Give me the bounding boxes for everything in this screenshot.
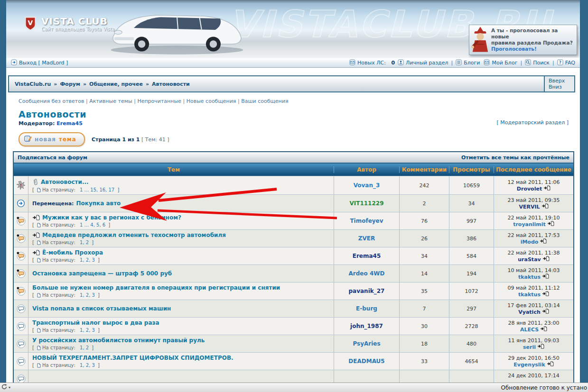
topic-pagination: [ На страницу: 1, 2 ] <box>32 240 330 245</box>
goto-last-post-icon[interactable] <box>542 273 549 279</box>
logout-link[interactable]: Выход [ MadLord ] <box>11 59 68 67</box>
topic-title-link[interactable]: У российских автомобилистов отнимут прав… <box>32 337 205 344</box>
topic-title-link[interactable]: Автоновости... <box>41 179 89 185</box>
search-link[interactable]: Поиск <box>525 59 550 67</box>
topic-title-link[interactable]: Vista попала в список отзываемых машин <box>32 305 171 312</box>
topic-page-links[interactable]: 1, 2, 3 <box>80 363 95 368</box>
topic-page-links[interactable]: 1, 2 <box>80 240 89 245</box>
goto-last-post-icon[interactable] <box>542 309 549 314</box>
topic-page-links[interactable]: 1 ... 15, 16, 17 <box>80 187 114 192</box>
link-new[interactable]: Новые сообщения <box>187 98 236 104</box>
new-topic-button[interactable]: новаятема <box>19 132 85 146</box>
header-topics: Тем <box>14 166 334 173</box>
author-cell: PsyAries <box>334 335 399 352</box>
goto-last-post-icon[interactable] <box>547 221 554 226</box>
last-poster-link[interactable]: Drovolet <box>517 186 542 192</box>
faq-link[interactable]: ? FAQ <box>557 59 575 67</box>
last-poster-link[interactable]: tkaktus <box>518 292 541 298</box>
crumb-forum[interactable]: Форум <box>60 81 80 87</box>
topic-title-link[interactable]: НОВЫЙ ТЕХРЕГЛАМЕНТ.ЗАПРЕТ ЦИФРОВЫХ СПИДО… <box>32 355 233 361</box>
author-link[interactable]: pavanik_27 <box>349 288 385 294</box>
promo-banner[interactable]: А ты - проголосовал за новые правила раз… <box>469 25 577 55</box>
moderator-section-link[interactable]: [ Модераторский раздел ] <box>497 119 569 127</box>
lastpost-cell: 22 май 2011, 17:53 iModo <box>494 230 573 247</box>
blogs-link[interactable]: Блоги <box>456 59 480 67</box>
table-body: ! Автоновости... [ На страницу: 1 ... 15… <box>14 176 573 387</box>
author-link[interactable]: john_1987 <box>350 323 383 329</box>
promo-vote-link[interactable]: Проголосовать! <box>491 46 537 52</box>
topic-page-links[interactable]: 1 ... 4, 5, 6 <box>80 222 105 228</box>
author-link[interactable]: Timofeyev <box>350 218 383 224</box>
author-link[interactable]: PsyAries <box>353 340 380 347</box>
author-link[interactable]: Vovan_3 <box>354 182 380 189</box>
blog-icon <box>484 59 490 67</box>
page-icon <box>37 258 41 263</box>
mark-read-link[interactable]: Отметить все темы как прочтённые <box>461 155 569 161</box>
crumb-home[interactable]: VistaClub.ru <box>15 81 51 87</box>
topic-title-link[interactable]: Покупка авто <box>76 200 121 207</box>
personal-section-link[interactable]: Личный раздел <box>398 59 448 67</box>
last-poster-link[interactable]: Vyatich <box>518 309 541 315</box>
goto-last-post-icon[interactable] <box>547 361 554 366</box>
topic-page-links[interactable]: 1, 2 <box>80 345 89 350</box>
crumb-current[interactable]: Автоновости <box>152 81 190 87</box>
topic-status-cell <box>14 212 28 229</box>
unread-post-icon[interactable] <box>32 250 40 255</box>
topic-title-link[interactable]: Мужики как у вас в регионах с бензином? <box>42 214 181 221</box>
last-poster-link[interactable]: iModo <box>521 239 539 245</box>
last-poster-link[interactable]: VERVIL <box>519 204 540 210</box>
scroll-down-link[interactable]: Вниз <box>549 84 574 90</box>
topic-page-links[interactable]: 1, 2, 3 <box>80 328 95 333</box>
topic-title-link[interactable]: Медведев предложил отменить техосмотр ав… <box>42 232 226 238</box>
unread-post-icon[interactable] <box>32 232 40 238</box>
topic-page-links[interactable]: 1, 2, 3 <box>80 257 95 263</box>
site-logo[interactable]: V VISTA CLUB Сайт владельцев Toyota Vist… <box>24 16 115 33</box>
goto-last-post-icon[interactable] <box>537 344 544 349</box>
link-active[interactable]: Активные темы <box>89 98 132 104</box>
link-unread[interactable]: Непрочитанные <box>137 98 181 104</box>
last-poster-link[interactable]: Evgenyslik <box>513 362 545 368</box>
views-cell: 584 <box>449 247 494 264</box>
link-yours[interactable]: Ваши сообщения <box>241 98 288 104</box>
caret-down-icon[interactable]: ▾ <box>9 385 10 390</box>
topic-title-link[interactable]: Остановка запрещена — штраф 5 000 руб <box>32 270 172 277</box>
crumb-category[interactable]: Общение, прочее <box>89 81 143 87</box>
goto-last-post-icon[interactable] <box>543 185 551 191</box>
author-link[interactable]: E-burg <box>356 305 377 312</box>
topic-title-link[interactable]: Больше не нужен номер двигателя в операц… <box>32 284 280 291</box>
last-poster-link[interactable]: serii <box>523 344 536 350</box>
goto-last-post-icon[interactable] <box>540 326 547 331</box>
topic-title-link[interactable]: Ё-мобиль Прохора <box>42 249 103 256</box>
promo-line1: А ты - проголосовал за новые <box>491 27 575 40</box>
new-pm-indicator[interactable]: Новых ЛС: 0 <box>349 59 395 67</box>
author-link[interactable]: Erema45 <box>353 253 381 259</box>
last-poster-link[interactable]: tkaktus <box>518 274 541 280</box>
last-poster-link[interactable]: ALECS <box>520 327 539 333</box>
myblog-link[interactable]: Мой Блог <box>484 59 517 67</box>
last-poster-link[interactable]: troyanlimit <box>513 221 546 228</box>
last-poster-link[interactable]: uraStav <box>518 256 541 263</box>
topic-title-link[interactable]: Транспортный налог вырос в два раза <box>32 319 159 326</box>
goto-last-post-icon[interactable] <box>542 291 549 296</box>
topic-page-links[interactable]: 1, 2, 3 <box>80 292 95 298</box>
link-unanswered[interactable]: Сообщения без ответов <box>19 98 84 104</box>
scroll-up-link[interactable]: Вверх <box>549 78 574 84</box>
author-link[interactable]: ZVER <box>358 235 375 242</box>
moderator-link[interactable]: Erema45 <box>56 120 83 127</box>
author-cell: ZVER <box>334 230 399 247</box>
author-link[interactable]: VIT111229 <box>349 200 383 207</box>
lastpost-date: 10 май 2011, 14:03 <box>508 267 560 273</box>
goto-last-post-icon[interactable] <box>542 256 550 261</box>
goto-last-post-icon[interactable] <box>540 238 547 244</box>
goto-last-post-icon[interactable] <box>541 203 549 209</box>
views-cell: 4654 <box>449 353 494 370</box>
unread-post-icon[interactable] <box>32 215 40 220</box>
author-link[interactable]: Ardeo 4WD <box>349 270 385 277</box>
topic-status-cell <box>14 300 28 317</box>
lastpost-cell: 11 янв 2011, 09:03 serii <box>494 335 573 352</box>
author-link[interactable]: DEADMAU5 <box>348 358 384 365</box>
lastpost-date: 22 май 2011, 11:38 <box>508 250 560 256</box>
lastpost-date: 22 май 2011, 17:53 <box>508 232 560 238</box>
subscribe-link[interactable]: Подписаться на форум <box>18 155 87 161</box>
refresh-icon[interactable] <box>1 383 8 392</box>
